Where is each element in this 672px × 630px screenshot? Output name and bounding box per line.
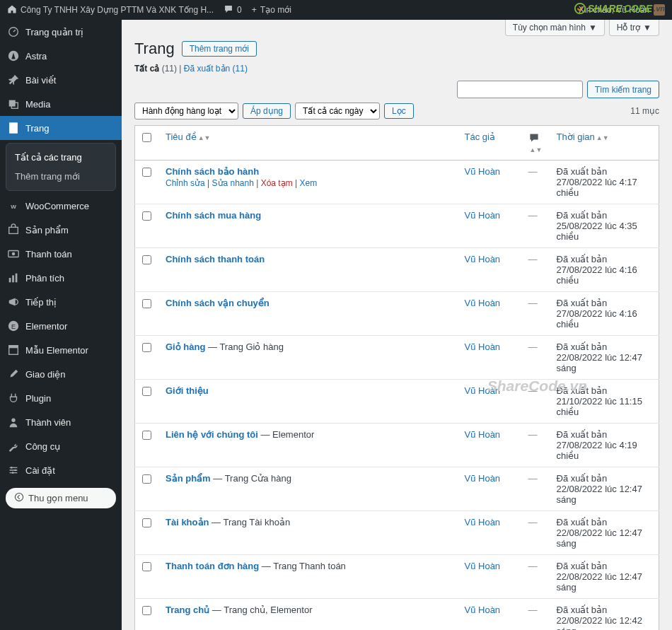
comments-none: — [528,473,538,484]
author-link[interactable]: Vũ Hoàn [465,298,501,308]
author-link[interactable]: Vũ Hoàn [465,254,501,264]
main-content: Tùy chọn màn hình ▼ Hỗ trợ ▼ Trang Thêm … [122,20,672,630]
row-checkbox[interactable] [142,211,151,221]
row-checkbox[interactable] [142,387,151,396]
page-title-link[interactable]: Chính sách bảo hành [166,166,259,177]
row-checkbox[interactable] [142,431,151,440]
author-link[interactable]: Vũ Hoàn [465,517,501,527]
col-title[interactable]: Tiêu đề▲▼ [158,126,458,161]
page-title-link[interactable]: Sản phẩm [166,473,211,484]
submenu-item[interactable]: Tất cả các trang [6,148,115,167]
toolbar-new[interactable]: + Tạo mới [252,5,291,15]
col-date[interactable]: Thời gian▲▼ [550,126,659,161]
svg-rect-11 [9,278,11,282]
page-title-link[interactable]: Thanh toán đơn hàng [166,561,259,571]
cell-date: Đã xuất bản27/08/2022 lúc 4:16 chiều [550,291,659,335]
select-all-checkbox[interactable] [142,133,151,142]
sidebar-item-marketing[interactable]: Tiếp thị [0,290,122,314]
sidebar-item-posts[interactable]: Bài viết [0,68,122,92]
toolbar-site-link[interactable]: Công Ty TNHH Xây Dựng PTTM Và XNK Tống H… [7,4,214,16]
table-row: Tài khoản — Trang Tài khoảnVũ Hoàn—Đã xu… [135,511,659,554]
sidebar-item-appearance[interactable]: Giao diện [0,362,122,386]
sidebar-submenu: Tất cả các trangThêm trang mới [6,143,116,191]
submenu-item[interactable]: Thêm trang mới [6,167,115,186]
apply-button[interactable]: Áp dụng [243,103,291,119]
col-comments[interactable]: ▲▼ [521,126,550,161]
sidebar-item-settings[interactable]: Cài đặt [0,458,122,482]
author-link[interactable]: Vũ Hoàn [465,342,501,352]
sidebar-item-media[interactable]: Media [0,92,122,116]
author-link[interactable]: Vũ Hoàn [465,561,501,571]
col-author[interactable]: Tác giả [458,126,521,161]
row-checkbox[interactable] [142,168,151,177]
sidebar-item-users[interactable]: Thành viên [0,410,122,434]
table-row: Giỏ hàng — Trang Giỏ hàngVũ Hoàn—Đã xuất… [135,335,659,379]
cell-title: Chính sách thanh toán [158,247,458,291]
chevron-down-icon: ▼ [643,23,651,33]
page-title-link[interactable]: Chính sách vận chuyển [166,298,270,308]
author-link[interactable]: Vũ Hoàn [465,166,501,177]
sidebar-item-elementor[interactable]: EElementor [0,314,122,338]
sidebar-item-label: Thanh toán [25,249,72,259]
sidebar-item-templates[interactable]: Mẫu Elementor [0,338,122,362]
search-button[interactable]: Tìm kiếm trang [587,81,659,98]
page-title-link[interactable]: Chính sách thanh toán [166,254,265,264]
author-link[interactable]: Vũ Hoàn [465,385,501,396]
brush-icon [7,368,20,380]
status-published-link[interactable]: Đã xuất bản (11) [184,64,248,74]
view-link[interactable]: Xem [300,178,318,188]
sidebar-item-plugins[interactable]: Plugin [0,386,122,410]
row-checkbox[interactable] [142,299,151,308]
sidebar-item-analytics[interactable]: Phân tích [0,266,122,290]
bulk-action-select[interactable]: Hành động hàng loạt [134,103,238,119]
row-checkbox[interactable] [142,474,151,484]
svg-rect-17 [9,346,18,349]
page-title-link[interactable]: Tài khoản [166,517,209,527]
page-title-link[interactable]: Giỏ hàng [166,342,205,352]
trash-link[interactable]: Xóa tạm [261,178,293,188]
author-link[interactable]: Vũ Hoàn [465,605,501,615]
svg-rect-3 [9,100,16,107]
table-row: Giới thiệuVũ Hoàn—Đã xuất bản21/10/2022 … [135,379,659,423]
add-new-button[interactable]: Thêm trang mới [182,41,257,57]
collapse-menu[interactable]: Thu gọn menu [6,488,116,508]
sidebar-item-astra[interactable]: Astra [0,44,122,68]
date-filter-select[interactable]: Tất cả các ngày [295,103,380,119]
search-input[interactable] [457,81,583,98]
toolbar-comments[interactable]: 0 [224,4,242,16]
help-button[interactable]: Hỗ trợ ▼ [609,20,659,36]
row-checkbox[interactable] [142,562,151,571]
screen-options-button[interactable]: Tùy chọn màn hình ▼ [505,20,605,36]
table-row: Thanh toán đơn hàng — Trang Thanh toánVũ… [135,554,659,598]
comments-none: — [528,429,538,440]
svg-point-22 [15,493,23,501]
page-title-link[interactable]: Giới thiệu [166,385,209,396]
page-title-link[interactable]: Liên hệ với chúng tôi [166,429,258,440]
sidebar-item-dashboard[interactable]: Trang quản trị [0,20,122,44]
quick-edit-link[interactable]: Sửa nhanh [212,178,254,188]
row-checkbox[interactable] [142,518,151,527]
edit-link[interactable]: Chỉnh sửa [166,178,205,188]
sidebar-item-label: WooCommerce [25,201,89,211]
author-link[interactable]: Vũ Hoàn [465,473,501,484]
filter-button[interactable]: Lọc [384,103,414,119]
page-title-link[interactable]: Trang chủ [166,605,209,615]
sidebar-item-products[interactable]: Sản phẩm [0,218,122,242]
sidebar-item-pages[interactable]: Trang [0,116,122,140]
toolbar-account[interactable]: Xin chào, Vũ Hoàn [579,4,665,16]
row-checkbox[interactable] [142,606,151,615]
row-checkbox[interactable] [142,343,151,352]
sidebar-item-tools[interactable]: Công cụ [0,434,122,458]
cell-title: Chính sách mua hàng [158,204,458,247]
sidebar-item-label: Plugin [25,393,51,404]
svg-text:E: E [11,323,16,330]
sidebar-item-woocommerce[interactable]: WWooCommerce [0,194,122,218]
plus-icon: + [252,5,257,15]
sidebar-item-payments[interactable]: Thanh toán [0,242,122,266]
author-link[interactable]: Vũ Hoàn [465,210,501,221]
comment-icon [224,4,233,16]
page-title-link[interactable]: Chính sách mua hàng [166,210,261,221]
row-checkbox[interactable] [142,255,151,264]
cell-title: Liên hệ với chúng tôi — Elementor [158,423,458,467]
author-link[interactable]: Vũ Hoàn [465,429,501,440]
